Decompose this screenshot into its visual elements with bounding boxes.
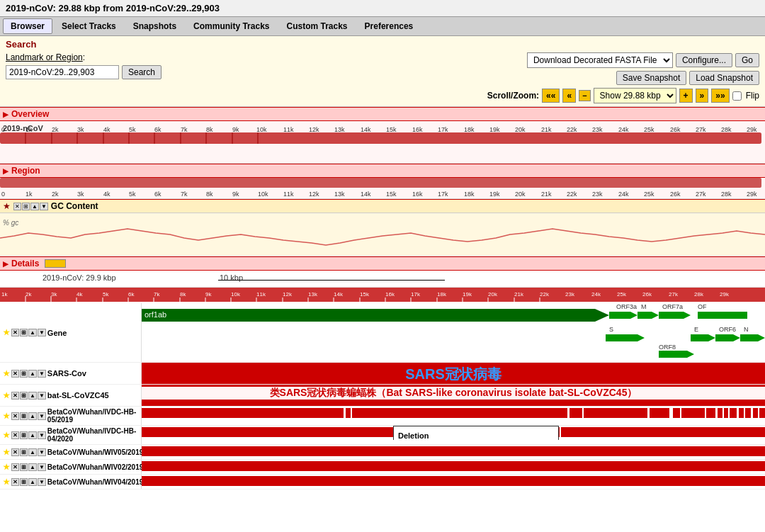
deletion-tooltip: Deletion name: MN908947.3/EPI_ISL_402120… [393, 426, 559, 440]
betacov-05-content [142, 407, 765, 421]
gene-label: Gene [47, 329, 67, 337]
scroll-right-button[interactable]: » [696, 89, 709, 103]
fasta-select[interactable]: Download Decorated FASTA File [527, 52, 673, 68]
scale-label: 10 kbp [220, 273, 243, 282]
svg-text:19k: 19k [489, 126, 500, 133]
region-label: Region [11, 166, 40, 176]
svg-marker-145 [659, 351, 694, 358]
svg-text:9k: 9k [232, 191, 239, 198]
svg-text:11k: 11k [283, 191, 294, 198]
gc-icon-h[interactable]: ⊞ [22, 203, 30, 210]
svg-text:9k: 9k [205, 291, 212, 298]
sars-cov-track-content: SARS冠状病毒 [142, 363, 765, 384]
gene-track-content: orf1ab ORF3a M ORF7a OF S [142, 303, 765, 362]
wiv02-svg [142, 460, 765, 474]
nav-preferences[interactable]: Preferences [357, 18, 421, 34]
sars-label: SARS-Cov [47, 369, 86, 378]
betacov-05-svg [142, 407, 765, 421]
scroll-far-left-button[interactable]: «« [542, 89, 560, 103]
details-kbp-label: 2019-nCoV: 29.9 kbp [42, 273, 116, 282]
wiv02-content [142, 460, 765, 474]
svg-text:3k: 3k [77, 191, 84, 198]
svg-text:25k: 25k [644, 126, 654, 133]
gc-icon-x[interactable]: ✕ [13, 203, 21, 210]
page-title: 2019-nCoV: 29.88 kbp from 2019-nCoV:29..… [6, 3, 220, 13]
gc-svg [0, 213, 765, 256]
nav-custom-tracks[interactable]: Custom Tracks [278, 18, 355, 34]
svg-text:8k: 8k [206, 191, 213, 198]
zoom-out-button[interactable]: − [579, 90, 590, 101]
svg-text:7k: 7k [181, 191, 188, 198]
svg-text:2k: 2k [52, 126, 59, 133]
sars-icon-h[interactable]: ⊞ [20, 370, 28, 378]
zoom-select[interactable]: Show 29.88 kbp [594, 88, 676, 103]
go-button[interactable]: Go [735, 53, 759, 67]
scroll-far-right-button[interactable]: »» [711, 89, 729, 103]
svg-rect-154 [705, 408, 706, 418]
bat-label: bat-SL-CoVZC45 [47, 391, 109, 400]
sars-icon-arrow[interactable]: ▲ [28, 370, 37, 378]
svg-text:29k: 29k [747, 126, 757, 133]
nav-community-tracks[interactable]: Community Tracks [186, 18, 277, 34]
nav-snapshots[interactable]: Snapshots [125, 18, 184, 34]
svg-marker-129 [609, 312, 638, 319]
svg-rect-135 [698, 312, 747, 319]
svg-text:27k: 27k [696, 126, 706, 133]
gene-track-icons: ✕ ⊞ ▲ ▼ [11, 329, 46, 336]
svg-rect-161 [758, 408, 759, 418]
bat-icon-h[interactable]: ⊞ [20, 392, 28, 400]
configure-button[interactable]: Configure... [676, 53, 732, 67]
svg-text:24k: 24k [591, 291, 601, 298]
svg-text:10k: 10k [231, 291, 241, 298]
svg-rect-167 [142, 446, 765, 456]
save-snapshot-button[interactable]: Save Snapshot [616, 71, 686, 85]
sars-icon-down[interactable]: ▼ [38, 370, 46, 378]
gc-icon-down[interactable]: ▼ [40, 203, 48, 210]
svg-text:OF: OF [698, 303, 707, 310]
gene-icon-arrow[interactable]: ▲ [28, 329, 37, 336]
nav-browser[interactable]: Browser [3, 18, 52, 34]
overview-svg: 0 1k 2k 3k 4k 5k 6k 7k 8k 9k 10k 11k 12k… [0, 121, 765, 164]
wiv02-track-row: ★ ✕ ⊞ ▲ ▼ BetaCoV/Wuhan/WIV02/2019 [0, 460, 765, 475]
svg-text:23k: 23k [565, 291, 575, 298]
nav-select-tracks[interactable]: Select Tracks [54, 18, 124, 34]
gc-track-icons: ✕ ⊞ ▲ ▼ [13, 203, 48, 210]
svg-text:23k: 23k [592, 126, 603, 133]
gene-icon-h[interactable]: ⊞ [20, 329, 28, 336]
search-input-row: Search [6, 65, 162, 79]
svg-text:0: 0 [1, 191, 5, 198]
svg-text:23k: 23k [592, 191, 603, 198]
svg-text:1k: 1k [1, 291, 8, 298]
load-snapshot-button[interactable]: Load Snapshot [689, 71, 759, 85]
svg-rect-150 [582, 408, 584, 418]
fasta-row: Download Decorated FASTA File Configure.… [527, 52, 759, 68]
details-label: Details [11, 259, 39, 268]
svg-text:27k: 27k [696, 191, 706, 198]
bat-icon-x[interactable]: ✕ [11, 392, 19, 400]
svg-text:28k: 28k [721, 126, 732, 133]
bat-icon-arrow[interactable]: ▲ [28, 392, 37, 400]
gene-icon-x[interactable]: ✕ [11, 329, 19, 336]
overview-chr-label: 2019-nCoV [3, 124, 43, 132]
landmark-input[interactable] [6, 65, 119, 79]
gc-header: ★ ✕ ⊞ ▲ ▼ GC Content [0, 199, 765, 213]
gene-icon-down[interactable]: ▼ [38, 329, 46, 336]
wiv02-label: ★ ✕ ⊞ ▲ ▼ BetaCoV/Wuhan/WIV02/2019 [0, 460, 142, 474]
overview-header: Overview [0, 107, 765, 121]
search-button[interactable]: Search [122, 65, 162, 79]
scroll-left-button[interactable]: « [562, 89, 576, 103]
zoom-in-button[interactable]: + [679, 89, 693, 103]
bat-icon-down[interactable]: ▼ [38, 392, 46, 400]
gc-label: GC Content [51, 201, 98, 211]
svg-text:12k: 12k [309, 191, 319, 198]
gc-icon-arrow[interactable]: ▲ [30, 203, 39, 210]
flip-checkbox[interactable] [732, 91, 742, 101]
svg-text:M: M [641, 303, 647, 310]
gc-chart: % gc [0, 213, 765, 256]
sars-icon-x[interactable]: ✕ [11, 370, 19, 378]
scroll-row: Scroll/Zoom: «« « − Show 29.88 kbp + » »… [487, 88, 759, 103]
svg-text:16k: 16k [385, 291, 395, 298]
details-ruler-svg: 1k 2k 3k 4k 5k 6k 7k 8k 9k 10k 11k 12k 1… [0, 288, 765, 302]
svg-text:28k: 28k [721, 191, 732, 198]
tooltip-title: Deletion [398, 431, 429, 440]
